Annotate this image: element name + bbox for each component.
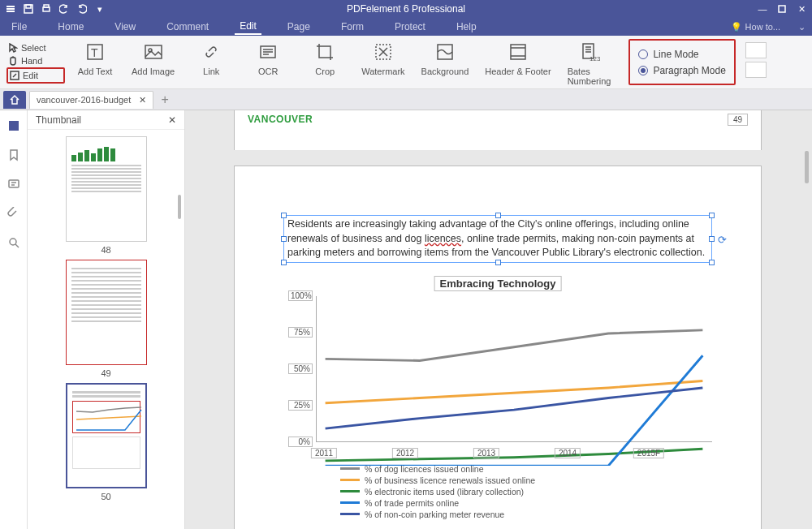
- background-button[interactable]: Background: [421, 41, 469, 76]
- help-link[interactable]: 💡 How to... ⌄: [731, 22, 806, 32]
- chart: 0%25%50%75%100%20112012201320142015F: [316, 296, 712, 458]
- search-rail-icon[interactable]: [6, 235, 21, 250]
- menu-help[interactable]: Help: [451, 19, 482, 34]
- svg-text:123: 123: [590, 55, 600, 62]
- paragraph-text[interactable]: Residents are increasingly taking advant…: [287, 218, 705, 258]
- svg-rect-6: [44, 5, 49, 7]
- legend-item: % of non-coin parking meter revenue: [340, 509, 712, 520]
- chart-legend: % of dog licences issued online% of busi…: [340, 463, 712, 520]
- legend-item: % of trade permits online: [340, 497, 712, 509]
- svg-rect-19: [9, 121, 19, 131]
- redo-icon[interactable]: [76, 3, 88, 15]
- tab-close-icon[interactable]: ✕: [139, 95, 146, 105]
- resize-handle[interactable]: [709, 213, 715, 218]
- rotate-handle-icon[interactable]: ⟳: [718, 234, 728, 243]
- resize-handle[interactable]: [495, 260, 501, 265]
- resize-handle[interactable]: [709, 236, 715, 242]
- maximize-icon[interactable]: [776, 3, 788, 15]
- bates-numbering-button[interactable]: 123BatesNumbering: [568, 41, 611, 86]
- thumbnail-list: 484950: [28, 130, 184, 529]
- home-tab[interactable]: [3, 91, 26, 109]
- hand-tool[interactable]: Hand: [6, 54, 65, 67]
- add-image-button[interactable]: Add Image: [132, 41, 175, 76]
- edit-tool[interactable]: Edit: [6, 67, 65, 84]
- menu-bar: FileHomeViewCommentEditPageFormProtectHe…: [0, 18, 812, 36]
- link-button[interactable]: Link: [191, 41, 231, 76]
- svg-rect-1: [6, 8, 15, 10]
- dropdown-icon[interactable]: ▾: [94, 3, 106, 15]
- print-icon[interactable]: [41, 3, 52, 15]
- minimize-icon[interactable]: —: [757, 3, 768, 15]
- thumb-scrollbar[interactable]: [178, 195, 181, 219]
- x-tick: 2012: [392, 448, 418, 458]
- align-btn-1[interactable]: [745, 42, 767, 58]
- document-tab[interactable]: vancouver-2016-budget ✕: [29, 91, 153, 109]
- x-tick: 2014: [555, 448, 581, 458]
- panel-close-icon[interactable]: ✕: [168, 114, 176, 126]
- menu-file[interactable]: File: [6, 19, 32, 34]
- title-bar: ▾ PDFelement 6 Professional — ✕: [0, 0, 812, 18]
- resize-handle[interactable]: [709, 260, 715, 265]
- thumbnail-page[interactable]: 49: [66, 260, 147, 378]
- add-text-button[interactable]: TAdd Text: [75, 41, 115, 76]
- menu-home[interactable]: Home: [53, 19, 89, 34]
- undo-icon[interactable]: [58, 3, 70, 15]
- edit-mode-group: Line Mode Paragraph Mode: [628, 39, 735, 85]
- menu-icon[interactable]: [5, 3, 16, 15]
- bates-numbering-icon: 123: [578, 41, 601, 63]
- menu-edit[interactable]: Edit: [235, 19, 261, 35]
- new-tab-button[interactable]: +: [157, 92, 173, 108]
- select-label: Select: [21, 43, 46, 53]
- menu-page[interactable]: Page: [283, 19, 315, 34]
- add-text-icon: T: [84, 41, 106, 63]
- pdf-page-current: ⟳ Residents are increasingly taking adva…: [234, 166, 762, 529]
- chevron-down-icon[interactable]: ⌄: [798, 22, 806, 32]
- menu-view[interactable]: View: [110, 19, 140, 34]
- select-tool[interactable]: Select: [6, 41, 65, 54]
- thumbnail-panel: Thumbnail ✕ 484950: [28, 110, 185, 529]
- document-tabs: vancouver-2016-budget ✕ +: [0, 89, 812, 110]
- align-btn-2[interactable]: [745, 62, 767, 78]
- selected-text-block[interactable]: ⟳ Residents are increasingly taking adva…: [283, 215, 712, 263]
- thumbnail-page[interactable]: 48: [66, 136, 147, 255]
- ocr-icon: [257, 41, 279, 63]
- attachment-rail-icon[interactable]: [6, 206, 21, 221]
- tab-title: vancouver-2016-budget: [37, 95, 131, 105]
- quick-access-toolbar: ▾: [0, 3, 106, 15]
- header-footer-button[interactable]: Header & Footer: [485, 41, 551, 76]
- menu-comment[interactable]: Comment: [162, 19, 214, 34]
- link-icon: [200, 41, 222, 63]
- save-icon[interactable]: [23, 3, 34, 15]
- document-canvas[interactable]: VANCOUVER 49 ⟳ Residents are increasingl…: [185, 110, 812, 529]
- svg-rect-4: [26, 5, 31, 8]
- resize-handle[interactable]: [281, 213, 287, 218]
- svg-point-21: [10, 239, 16, 245]
- annotation-rail-icon[interactable]: [6, 177, 21, 191]
- paragraph-mode-radio[interactable]: Paragraph Mode: [638, 65, 725, 76]
- ribbon-tools: TAdd TextAdd ImageLinkOCRCropWatermarkBa…: [65, 36, 620, 88]
- menu-protect[interactable]: Protect: [390, 19, 430, 34]
- background-icon: [434, 41, 456, 63]
- ocr-button[interactable]: OCR: [248, 41, 288, 76]
- watermark-button[interactable]: Watermark: [361, 41, 404, 76]
- crop-button[interactable]: Crop: [304, 41, 345, 76]
- resize-handle[interactable]: [281, 260, 287, 265]
- radio-icon: [638, 66, 648, 75]
- x-tick: 2011: [311, 448, 337, 458]
- thumbnail-rail-icon[interactable]: [6, 118, 21, 133]
- menu-form[interactable]: Form: [336, 19, 369, 34]
- watermark-icon: [372, 41, 395, 63]
- y-tick: 75%: [288, 327, 313, 338]
- resize-handle[interactable]: [281, 236, 287, 242]
- bookmark-rail-icon[interactable]: [6, 148, 21, 162]
- doc-scrollbar[interactable]: [805, 151, 809, 183]
- main-area: Thumbnail ✕ 484950 VANCOUVER 49: [0, 110, 812, 529]
- resize-handle[interactable]: [495, 213, 501, 218]
- app-title: PDFelement 6 Professional: [347, 3, 465, 15]
- ribbon-extra: [739, 36, 773, 88]
- x-tick: 2015F: [633, 448, 664, 458]
- thumbnail-page[interactable]: 50: [66, 383, 147, 501]
- line-mode-radio[interactable]: Line Mode: [638, 49, 725, 60]
- close-icon[interactable]: ✕: [796, 3, 807, 15]
- y-tick: 100%: [288, 290, 313, 301]
